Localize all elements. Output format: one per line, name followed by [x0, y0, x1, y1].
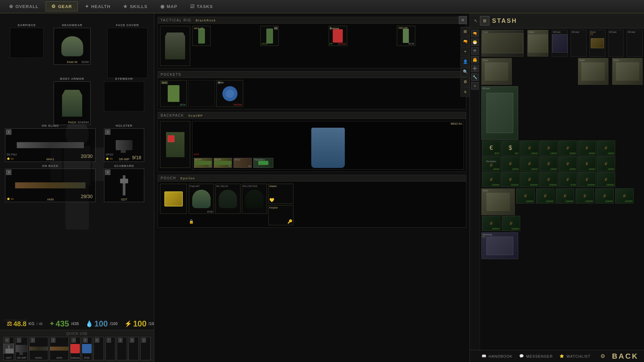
quick-slot-8[interactable]: 8 — [117, 337, 127, 360]
roubles-100k-14[interactable]: ₽ 100000 — [502, 216, 520, 231]
stash-item-docs-3[interactable]: Docs 🛡 — [589, 30, 605, 57]
stash-grid-view-button[interactable]: ⊞ — [480, 16, 489, 25]
tab-health[interactable]: ✦ HEALTH — [79, 1, 116, 11]
earpiece-slot[interactable]: EARPIECE — [10, 23, 44, 58]
roubles-100k-6[interactable]: ₽ 100000 — [597, 172, 615, 187]
pouch-slot-keybar[interactable]: Keybar 🔑 — [268, 205, 293, 225]
roubles-100k-1[interactable]: ₽ 100000 — [482, 172, 500, 187]
quick-slot-5[interactable]: 5 IFAK — [82, 337, 92, 360]
roubles-12[interactable]: ₽ 16000 — [597, 156, 615, 171]
stash-rifle-filter[interactable]: 🔫 — [471, 30, 479, 37]
roubles-100k-7[interactable]: ₽ 100000 — [516, 188, 535, 203]
watchlist-button[interactable]: ⭐ WATCHLIST — [559, 354, 590, 358]
onsling-slot[interactable]: ON SLING 2 M4A1 55 FMJ 20/30 ⭐ 01 — [5, 124, 96, 162]
eyewear-slot[interactable]: EYEWEAR — [104, 77, 144, 112]
roubles-4[interactable]: ₽ 16000 — [578, 140, 596, 156]
facecover-slot[interactable]: FACE COVER — [107, 23, 148, 78]
roubles-100k-5[interactable]: ₽ 100000 — [578, 172, 596, 187]
stash-body-filter[interactable]: 🦺 — [471, 56, 479, 63]
grid-view-button[interactable]: ⊞ — [461, 27, 470, 36]
stash-med-filter[interactable]: ➕ — [471, 65, 479, 72]
tac-slot-4[interactable]: GEN-M3 30/30 — [397, 26, 415, 46]
stash-mcase[interactable]: MCase — [481, 86, 518, 140]
stash-item-case-r2-2[interactable]: Case — [578, 58, 608, 85]
roubles-100k-12[interactable]: ₽ 100000 — [615, 188, 634, 203]
roubles-3[interactable]: ₽ 16000 — [558, 140, 577, 156]
roubles-8[interactable]: ₽ 16000 — [520, 156, 539, 171]
equip-button[interactable]: ≡ — [461, 87, 470, 97]
quick-slot-2[interactable]: 2 M4A1 — [29, 337, 48, 360]
stash-face-filter[interactable]: 😷 — [471, 39, 479, 46]
stash-waistbag[interactable]: Waistbag 🛡 — [481, 232, 518, 259]
roubles-9[interactable]: ₽ 16000 — [539, 156, 558, 171]
messenger-button[interactable]: 💬 MESSENGER — [519, 354, 553, 358]
pocket-3[interactable]: 5 IFAK 345/300 — [216, 80, 243, 107]
roubles-1[interactable]: ₽ 16000 — [520, 140, 539, 156]
roubles-7[interactable]: ₽ 16000 — [501, 156, 520, 171]
stash-ammo-filter[interactable]: 🔧 — [471, 73, 479, 81]
stash-item-wcase-4[interactable]: WCase — [608, 30, 624, 57]
plus-button[interactable]: + — [461, 47, 470, 56]
tac-slot-3[interactable]: 4 Salewa HP 180/400 — [329, 26, 347, 46]
tac-slot-1[interactable]: SKS-A5 — [192, 26, 211, 46]
quick-slot-4[interactable]: 4 Salewa — [70, 337, 80, 360]
stash-item-case-r2-3[interactable]: Case — [612, 58, 643, 85]
onback-slot[interactable]: ON BACK 3 AKM 29/30 ⭐ 01 — [5, 164, 96, 202]
roubles-6[interactable]: Roubles ₽ 16000 — [482, 156, 500, 171]
back-button[interactable]: BACK — [612, 352, 639, 361]
settings-icon[interactable]: ⚙ — [600, 353, 605, 359]
handbook-button[interactable]: 📖 HANDBOOK — [482, 354, 513, 358]
scabbard-slot[interactable]: SCABBARD V GDT — [104, 164, 144, 202]
close-gear-button[interactable]: ✕ — [459, 16, 467, 24]
stash-item-case-r2-1[interactable]: Case — [481, 58, 512, 85]
roubles-100k-10[interactable]: ₽ 100000 — [576, 188, 594, 203]
tab-skills[interactable]: ★ SKILLS — [117, 1, 153, 11]
inspect-button[interactable]: 🔍 — [461, 67, 470, 76]
tab-tasks[interactable]: ☑ TASKS — [184, 1, 219, 11]
bodyarmor-slot[interactable]: BODY ARMOR PACA 574/594 — [54, 77, 91, 125]
backpack-main-slot[interactable] — [160, 121, 190, 168]
roubles-10[interactable]: ₽ 16000 — [558, 156, 577, 171]
roubles-100k-2[interactable]: ₽ 100000 — [501, 172, 520, 187]
tab-overall[interactable]: ⊕ OVERALL — [3, 1, 44, 11]
stash-misc-filter[interactable]: ≡ — [471, 82, 479, 89]
holster-slot[interactable]: HOLSTER 1 SR-IMP SP10 9/18 ⭐ 01 — [104, 124, 144, 162]
roubles-100k-4[interactable]: ₽ 100000 — [539, 172, 558, 187]
quick-slot-6[interactable]: 6 — [94, 337, 104, 360]
dollars-item[interactable]: $ 392 — [501, 140, 520, 156]
euros-item[interactable]: € 3532 — [482, 140, 500, 156]
quick-slot-9[interactable]: 9 — [128, 337, 139, 360]
sort-button[interactable]: ⚙ — [461, 77, 470, 86]
roubles-2[interactable]: ₽ 16000 — [539, 140, 558, 156]
pouch-slot-3[interactable]: RS-CRYSIS — [242, 184, 267, 214]
pouch-slot-wallet[interactable]: Wallet 💛 — [268, 184, 293, 204]
roubles-100k-3[interactable]: ₽ 100000 — [520, 172, 539, 187]
quick-slot-1[interactable]: 1 SR-IMP — [15, 337, 28, 360]
stash-item-case-r4[interactable]: Case — [481, 188, 515, 215]
stash-item-docs-2[interactable]: WCase — [571, 30, 587, 57]
headwear-slot[interactable]: HEADWEAR Kiver-M 32/40 — [54, 23, 91, 65]
quick-slot-0[interactable]: 0 — [140, 337, 151, 360]
roubles-100k-8[interactable]: ₽ 100000 — [536, 188, 554, 203]
quick-slot-v[interactable]: V GDT — [3, 337, 14, 360]
stash-item-wcase-5[interactable]: WCase — [627, 30, 643, 57]
tac-rig-main-slot[interactable] — [160, 26, 190, 66]
quick-slot-3[interactable]: 3 AKM — [50, 337, 69, 360]
stash-item-large-case[interactable]: Case — [481, 30, 524, 57]
weapon-filter-button[interactable]: 🔫 — [461, 37, 470, 46]
tab-gear[interactable]: ⚙ GEAR — [46, 1, 78, 11]
stash-helmet-filter[interactable]: ⛑ — [471, 47, 479, 55]
pouch-slot-1[interactable]: Fast MT 80/80 — [189, 184, 214, 214]
roubles-11[interactable]: ₽ 16000 — [578, 156, 596, 171]
pouch-slot-2[interactable]: Rs-Tito-Fr — [215, 184, 240, 214]
quick-slot-7[interactable]: 7 — [105, 337, 116, 360]
pouch-main-slot[interactable] — [160, 184, 187, 214]
stash-item-case-2[interactable]: Case — [527, 30, 548, 57]
tab-map[interactable]: ◉ MAP — [155, 1, 183, 11]
roubles-100k-13[interactable]: ₽ 100000 — [482, 216, 500, 231]
roubles-5[interactable]: ₽ 16000 — [597, 140, 615, 156]
roubles-6763[interactable]: ₽ 6763 — [558, 172, 577, 187]
pocket-2[interactable] — [188, 80, 215, 107]
filter-button[interactable]: 👤 — [461, 57, 470, 66]
roubles-100k-9[interactable]: ₽ 100000 — [556, 188, 574, 203]
